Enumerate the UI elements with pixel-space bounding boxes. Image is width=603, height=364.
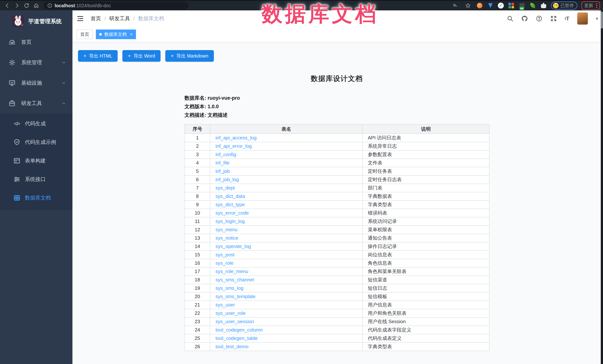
- cell-description: 岗位信息表: [362, 251, 489, 259]
- scrollbar-thumb[interactable]: [601, 11, 603, 29]
- table-name-link[interactable]: sys_sms_log: [216, 285, 243, 291]
- help-icon[interactable]: [536, 15, 543, 22]
- table-name-link[interactable]: inf_api_access_log: [216, 135, 256, 141]
- tag-数据库文档[interactable]: 数据库文档×: [96, 30, 136, 39]
- fullscreen-icon[interactable]: [550, 15, 557, 22]
- cell-table-name: sys_notice: [210, 234, 362, 242]
- cell-description: API 访问日志表: [362, 134, 489, 142]
- doc-meta-label: 数据库名:: [185, 95, 208, 101]
- cell-description: 短信日志: [362, 284, 489, 292]
- page-scrollbar[interactable]: [601, 11, 603, 364]
- table-name-link[interactable]: sys_sms_channel: [216, 277, 254, 283]
- table-name-link[interactable]: sys_operate_log: [216, 243, 251, 249]
- browser-reload-icon[interactable]: [22, 1, 31, 10]
- cell-description: 系统异常日志: [362, 142, 489, 150]
- table-name-link[interactable]: sys_role_menu: [216, 269, 248, 274]
- chevron-up-icon: [61, 101, 66, 106]
- cell-index: 18: [185, 276, 210, 284]
- font-size-icon[interactable]: tT: [565, 15, 569, 22]
- extension-grid-icon[interactable]: [508, 2, 515, 9]
- table-name-link[interactable]: inf_config: [216, 152, 236, 157]
- browser-forward-icon[interactable]: [13, 1, 21, 10]
- table-row: 6inf_job_log定时任务日志表: [185, 176, 489, 184]
- sidebar-item-首页[interactable]: 首页: [0, 32, 72, 52]
- cell-index: 1: [185, 134, 210, 142]
- cell-index: 20: [185, 292, 210, 301]
- table-name-link[interactable]: sys_notice: [216, 235, 238, 241]
- table-row: 17sys_role_menu角色和菜单关联表: [185, 267, 489, 276]
- address-bar[interactable]: localhost:1024/tool/db-doc: [44, 2, 188, 10]
- tables-overview-table: 序号表名说明 1inf_api_access_logAPI 访问日志表2inf_…: [185, 124, 489, 351]
- plus-icon: +: [171, 53, 174, 59]
- github-icon[interactable]: [521, 15, 528, 22]
- sidebar-collapse-icon[interactable]: [76, 14, 84, 23]
- cell-table-name: inf_api_access_log: [210, 134, 362, 142]
- table-name-link[interactable]: sys_user: [216, 302, 235, 308]
- export-button-导出-Word[interactable]: +导出 Word: [122, 50, 161, 62]
- table-name-link[interactable]: sys_login_log: [216, 219, 245, 224]
- table-name-link[interactable]: tool_codegen_column: [216, 327, 263, 333]
- extension-pin-icon[interactable]: [487, 2, 494, 9]
- sidebar-subitem-代码生成[interactable]: </>代码生成: [0, 114, 72, 133]
- update-label: 更新: [584, 3, 593, 9]
- table-name-link[interactable]: inf_job: [216, 168, 230, 174]
- table-name-link[interactable]: sys_role: [216, 260, 233, 266]
- table-name-link[interactable]: sys_dict_type: [216, 202, 245, 207]
- table-name-link[interactable]: sys_menu: [216, 227, 238, 232]
- table-name-link[interactable]: sys_user_role: [216, 310, 246, 316]
- table-name-link[interactable]: sys_error_code: [216, 210, 249, 216]
- search-icon[interactable]: [507, 15, 513, 22]
- tag-首页[interactable]: 首页: [77, 30, 93, 39]
- browser-menu-icon[interactable]: [596, 3, 597, 8]
- table-name-link[interactable]: sys_dict_data: [216, 193, 245, 199]
- url-host: localhost: [55, 3, 75, 8]
- sidebar-subitem-表单构建[interactable]: 表单构建: [0, 152, 72, 170]
- extension-leaf-icon[interactable]: [529, 2, 536, 9]
- sidebar-item-系统管理[interactable]: 系统管理: [0, 52, 72, 73]
- table-name-link[interactable]: sys_sms_template: [216, 294, 255, 299]
- cell-table-name: sys_login_log: [210, 217, 362, 226]
- extensions-puzzle-icon[interactable]: [540, 2, 547, 9]
- sidebar-item-研发工具[interactable]: 研发工具: [0, 93, 72, 114]
- table-name-link[interactable]: sys_post: [216, 252, 235, 257]
- export-button-导出-HTML[interactable]: +导出 HTML: [78, 50, 118, 62]
- cell-index: 21: [185, 301, 210, 309]
- table-name-link[interactable]: tool_codegen_table: [216, 335, 258, 341]
- table-name-link[interactable]: sys_user_session: [216, 319, 254, 324]
- cell-description: 部门表: [362, 184, 489, 192]
- sidebar-subitem-系统接口[interactable]: 系统接口: [0, 170, 72, 188]
- breadcrumb-item-研发工具[interactable]: 研发工具: [109, 15, 130, 22]
- sidebar-subitem-数据库文档[interactable]: 数据库文档: [0, 188, 72, 207]
- browser-home-icon[interactable]: [32, 1, 40, 10]
- sidebar-subitem-代码生成示例[interactable]: 代码生成示例: [0, 133, 72, 152]
- table-name-link[interactable]: tool_test_demo: [216, 344, 249, 349]
- table-name-link[interactable]: sys_dept: [216, 185, 235, 191]
- extension-stack-on-icon[interactable]: on: [519, 2, 525, 9]
- browser-update-button[interactable]: 更新: [581, 1, 600, 10]
- extension-orange-icon[interactable]: [476, 2, 483, 9]
- page-info-icon[interactable]: [47, 3, 52, 8]
- cell-table-name: sys_sms_template: [210, 292, 362, 301]
- table-name-link[interactable]: inf_file: [216, 160, 229, 165]
- sidebar-item-label: 基础设施: [21, 79, 42, 87]
- tag-close-icon[interactable]: ×: [130, 32, 133, 37]
- doc-meta-label: 文档描述:: [185, 112, 208, 118]
- key-icon[interactable]: [451, 1, 460, 10]
- table-name-link[interactable]: inf_api_error_log: [216, 143, 252, 149]
- sidebar-item-基础设施[interactable]: 基础设施: [0, 73, 72, 93]
- breadcrumb-item-首页[interactable]: 首页: [91, 15, 101, 22]
- user-avatar[interactable]: [577, 12, 588, 25]
- cell-description: 角色信息表: [362, 259, 489, 267]
- table-name-link[interactable]: inf_job_log: [216, 177, 239, 182]
- bookmark-star-icon[interactable]: [464, 1, 472, 10]
- user-menu-caret-icon[interactable]: ▾: [596, 16, 598, 22]
- table-column-header-说明: 说明: [362, 124, 489, 134]
- extension-check-icon[interactable]: ✓: [498, 3, 504, 9]
- cell-index: 12: [185, 226, 210, 234]
- app-logo-rabbit-icon: [12, 15, 24, 27]
- export-button-导出-Markdown[interactable]: +导出 Markdown: [165, 50, 214, 62]
- table-row: 23sys_user_session用户在线 Session: [185, 317, 489, 326]
- browser-back-icon[interactable]: [3, 1, 12, 10]
- profile-paused-badge[interactable]: 已暂停: [551, 1, 577, 10]
- cell-index: 24: [185, 326, 210, 334]
